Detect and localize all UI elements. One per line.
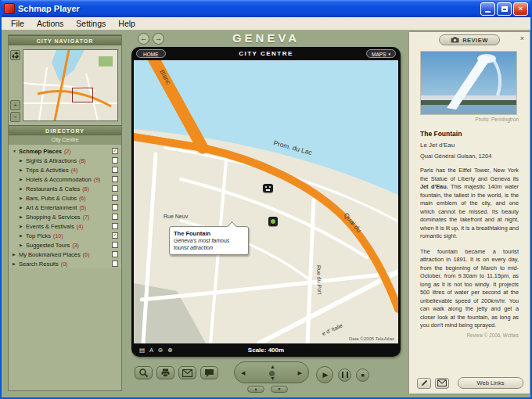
directory-item-checkbox[interactable] bbox=[112, 223, 118, 229]
directory-item-label: Hotels & Accommodation bbox=[26, 176, 92, 183]
menu-file[interactable]: File bbox=[5, 19, 31, 28]
navigator-viewport-indicator[interactable] bbox=[72, 88, 93, 102]
directory-item-restaurants[interactable]: ▶ Restaurants & Cafes (8) bbox=[9, 184, 121, 193]
map-callout[interactable]: The Fountain Geneva's most famous touris… bbox=[169, 226, 249, 255]
directory-item-checkbox[interactable] bbox=[112, 261, 118, 267]
directory-item-label: Restaurants & Cafes bbox=[26, 185, 80, 192]
marker-detail bbox=[265, 186, 267, 188]
directory-item-hotels[interactable]: ▶ Hotels & Accommodation (9) bbox=[9, 174, 121, 184]
expand-arrow-icon[interactable]: ▶ bbox=[20, 177, 26, 182]
maximize-button[interactable] bbox=[497, 2, 512, 16]
email-button[interactable] bbox=[178, 366, 196, 379]
directory-item-events[interactable]: ▶ Events & Festivals (4) bbox=[9, 221, 121, 231]
directory-item-suggested-tours[interactable]: ▶ Suggested Tours (3) bbox=[9, 240, 121, 250]
expand-arrow-icon[interactable]: ▶ bbox=[20, 158, 26, 163]
sidebar: CITY NAVIGATOR + − bbox=[8, 34, 122, 391]
stop-button[interactable]: ■ bbox=[356, 368, 369, 382]
poi-marker-sight[interactable] bbox=[263, 184, 273, 192]
review-text: This majestic 140m water fountain, the t… bbox=[420, 183, 519, 239]
chevron-down-icon: ▾ bbox=[388, 51, 390, 56]
directory-item-count: (8) bbox=[82, 186, 89, 192]
directory-item-top-picks[interactable]: ▶ Top Picks (10) ✓ bbox=[9, 231, 121, 240]
directory-item-checkbox[interactable] bbox=[112, 251, 118, 257]
zoom-out-button[interactable]: ▼ bbox=[271, 386, 288, 393]
pan-down-button[interactable]: ▼ bbox=[270, 376, 275, 381]
directory-item-label: Search Results bbox=[19, 261, 59, 268]
close-button[interactable]: × bbox=[513, 2, 528, 16]
pan-left-button[interactable]: ◀ bbox=[241, 370, 245, 376]
directory-item-art[interactable]: ▶ Art & Entertainment (5) bbox=[9, 203, 121, 212]
expand-arrow-icon[interactable]: ▶ bbox=[20, 186, 26, 191]
print-button[interactable] bbox=[156, 366, 174, 379]
tab-review[interactable]: REVIEW bbox=[439, 34, 500, 45]
directory-item-bookmarked[interactable]: ▶ My Bookmarked Places (0) bbox=[9, 250, 121, 259]
expand-arrow-icon[interactable]: ▶ bbox=[20, 196, 26, 200]
expand-arrow-icon[interactable]: ▶ bbox=[20, 167, 26, 172]
expand-arrow-icon[interactable]: ▼ bbox=[13, 149, 19, 153]
directory-item-checkbox[interactable] bbox=[112, 185, 118, 192]
edit-button[interactable] bbox=[417, 378, 431, 389]
navigator-zoom-out-button[interactable]: − bbox=[10, 112, 20, 122]
directory-header: DIRECTORY bbox=[9, 125, 121, 135]
directory-item-checkbox[interactable] bbox=[112, 242, 118, 248]
pan-right-button[interactable]: ▶ bbox=[298, 370, 302, 376]
directory-item-count: (6) bbox=[79, 196, 86, 201]
directory-item-checkbox[interactable] bbox=[112, 204, 118, 210]
expand-arrow-icon[interactable]: ▶ bbox=[13, 252, 19, 257]
directory-item-checkbox[interactable]: ✓ bbox=[112, 148, 118, 154]
email-review-button[interactable] bbox=[435, 378, 449, 389]
zoom-in-button[interactable]: ▲ bbox=[247, 386, 264, 393]
directory-item-count: (5) bbox=[79, 205, 86, 210]
search-button[interactable] bbox=[135, 366, 153, 379]
directory-item-sights[interactable]: ▶ Sights & Attractions (8) bbox=[9, 156, 121, 165]
map-canvas[interactable]: Blanc Prom. du Lac Quai du Rue Neuv Rue … bbox=[134, 60, 398, 343]
directory-item-checkbox[interactable]: ✓ bbox=[112, 232, 118, 239]
directory-item-count: (0) bbox=[83, 252, 90, 257]
menu-help[interactable]: Help bbox=[112, 19, 142, 28]
pan-up-button[interactable]: ▲ bbox=[270, 364, 275, 369]
map-pan-pad[interactable]: ◀ ▲ ▼ ▶ bbox=[234, 361, 309, 383]
directory-item-shopping[interactable]: ▶ Shopping & Services (7) bbox=[9, 212, 121, 221]
maximize-icon bbox=[501, 6, 508, 12]
maps-dropdown[interactable]: MAPS ▾ bbox=[366, 49, 396, 58]
directory-item-search-results[interactable]: ▶ Search Results (0) bbox=[9, 259, 121, 268]
attraction-photo bbox=[420, 51, 517, 115]
pan-center-knob[interactable] bbox=[269, 371, 275, 376]
directory-item-checkbox[interactable] bbox=[112, 195, 118, 201]
web-links-button[interactable]: Web Links bbox=[458, 377, 523, 389]
marker-detail bbox=[266, 189, 270, 191]
pan-left-icon bbox=[12, 54, 14, 59]
directory-item-bars[interactable]: ▶ Bars, Pubs & Clubs (6) bbox=[9, 193, 121, 203]
expand-arrow-icon[interactable]: ▶ bbox=[20, 243, 26, 247]
navigator-map[interactable] bbox=[23, 49, 118, 121]
directory-item-schmap-places[interactable]: ▼ Schmap Places (2) ✓ bbox=[9, 146, 121, 156]
title-bar[interactable]: Schmap Player × bbox=[2, 0, 530, 17]
expand-arrow-icon[interactable]: ▶ bbox=[20, 205, 26, 210]
menu-actions[interactable]: Actions bbox=[31, 19, 70, 28]
directory-item-count: (2) bbox=[64, 149, 71, 154]
review-title: The Fountain bbox=[420, 130, 519, 138]
menu-settings[interactable]: Settings bbox=[70, 19, 112, 28]
pause-button[interactable] bbox=[338, 368, 351, 382]
minimize-button[interactable] bbox=[480, 2, 495, 16]
navigator-zoom-in-button[interactable]: + bbox=[10, 100, 20, 110]
directory-item-count: (0) bbox=[61, 261, 68, 267]
directory-item-label: Events & Festivals bbox=[26, 223, 74, 230]
expand-arrow-icon[interactable]: ▶ bbox=[20, 233, 26, 238]
panel-close-icon[interactable]: × bbox=[518, 34, 527, 43]
poi-marker-fountain[interactable] bbox=[268, 217, 278, 226]
pan-control[interactable] bbox=[10, 50, 20, 60]
map-scale: Scale: 400m bbox=[131, 347, 401, 354]
expand-arrow-icon[interactable]: ▶ bbox=[20, 224, 26, 228]
navigator-map-image bbox=[23, 50, 117, 120]
directory-item-checkbox[interactable] bbox=[112, 167, 118, 173]
play-button[interactable]: ▶ bbox=[316, 366, 333, 383]
expand-arrow-icon[interactable]: ▶ bbox=[13, 261, 19, 266]
directory-item-checkbox[interactable] bbox=[112, 157, 118, 164]
directory-item-checkbox[interactable] bbox=[112, 176, 118, 182]
directory-item-trips[interactable]: ▶ Trips & Activities (4) bbox=[9, 165, 121, 174]
schmap-player-window: Schmap Player × File Actions Settings He… bbox=[0, 0, 532, 399]
expand-arrow-icon[interactable]: ▶ bbox=[20, 214, 26, 219]
directory-item-checkbox[interactable] bbox=[112, 214, 118, 220]
feedback-button[interactable] bbox=[200, 366, 218, 379]
